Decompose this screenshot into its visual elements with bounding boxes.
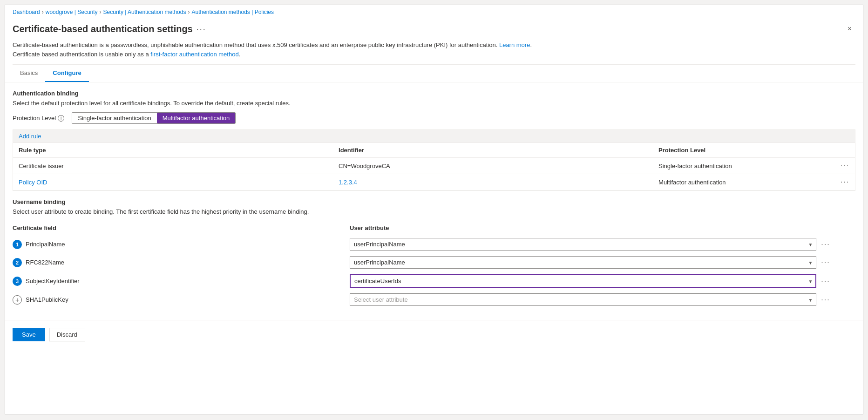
breadcrumb-security-auth-methods[interactable]: Security | Authentication methods xyxy=(103,9,186,15)
col-header-user-attr: User attribute xyxy=(350,221,830,235)
more-options-button[interactable]: ··· xyxy=(197,24,206,34)
single-factor-toggle[interactable]: Single-factor authentication xyxy=(72,113,157,123)
row-actions-button[interactable]: ··· xyxy=(821,296,830,304)
protection-cell: Multifactor authentication xyxy=(653,174,821,190)
breadcrumb-dashboard[interactable]: Dashboard xyxy=(13,9,40,15)
main-content: Authentication binding Select the defaul… xyxy=(5,82,863,316)
user-attr-cell: userPrincipalName ▼ ··· xyxy=(350,238,830,251)
table-row: 3 SubjectKeyIdentifier certificateUserId… xyxy=(13,271,855,291)
protection-level-label: Protection Level i xyxy=(13,115,64,122)
close-button[interactable]: × xyxy=(844,23,855,35)
info-icon[interactable]: i xyxy=(58,115,64,122)
row-add-badge: + xyxy=(13,295,22,305)
table-row: Certificate issuer CN=WoodgroveCA Single… xyxy=(13,158,855,174)
table-row: 2 RFC822Name userPrincipalName ▼ xyxy=(13,253,855,271)
col-header-actions xyxy=(830,221,855,235)
cert-field-name: SHA1PublicKey xyxy=(26,296,68,303)
rules-table: Rule type Identifier Protection Level Ce… xyxy=(13,143,855,190)
username-binding-table: Certificate field User attribute 1 Princ… xyxy=(13,221,855,309)
tab-basics[interactable]: Basics xyxy=(13,65,45,82)
protection-cell: Single-factor authentication xyxy=(653,158,821,174)
row-actions-button[interactable]: ··· xyxy=(821,174,855,190)
page-container: Dashboard › woodgrove | Security › Secur… xyxy=(5,5,863,414)
user-attr-select-wrapper: userPrincipalName ▼ xyxy=(350,238,816,251)
username-binding-section: Username binding Select user attribute t… xyxy=(13,198,855,309)
row-actions-button[interactable]: ··· xyxy=(821,240,830,249)
breadcrumb-woodgrove-security[interactable]: woodgrove | Security xyxy=(46,9,98,15)
cert-field-cell: 3 SubjectKeyIdentifier xyxy=(13,277,190,286)
save-button[interactable]: Save xyxy=(13,328,45,341)
cert-field-cell: + SHA1PublicKey xyxy=(13,295,190,305)
row-number-badge: 2 xyxy=(13,258,22,267)
description-text: Certificate-based authentication is a pa… xyxy=(13,41,499,48)
protection-level-toggle: Single-factor authentication Multifactor… xyxy=(72,112,236,124)
col-header-actions xyxy=(821,143,855,158)
col-header-rule-type: Rule type xyxy=(13,143,333,158)
user-attr-select-wrapper: userPrincipalName ▼ xyxy=(350,256,816,269)
col-header-cert-field: Certificate field xyxy=(13,221,350,235)
first-factor-link[interactable]: first-factor authentication method xyxy=(150,51,238,58)
user-attr-select[interactable]: userPrincipalName xyxy=(350,238,816,251)
cert-field-name: RFC822Name xyxy=(26,259,64,266)
breadcrumb-auth-methods-policies[interactable]: Authentication methods | Policies xyxy=(191,9,274,15)
protection-level-row: Protection Level i Single-factor authent… xyxy=(13,112,855,124)
identifier-cell: CN=WoodgroveCA xyxy=(333,158,653,174)
username-binding-title: Username binding xyxy=(13,198,855,205)
rule-type-cell: Certificate issuer xyxy=(13,158,333,174)
discard-button[interactable]: Discard xyxy=(49,328,85,341)
user-attr-select[interactable]: certificateUserIds xyxy=(350,274,816,288)
user-attr-cell: Select user attribute ▼ ··· xyxy=(350,293,830,306)
cert-field-name: PrincipalName xyxy=(26,241,65,248)
auth-binding-description: Select the default protection level for … xyxy=(13,100,855,107)
table-row: + SHA1PublicKey Select user attribute xyxy=(13,291,855,309)
user-attr-select-wrapper: certificateUserIds ▼ xyxy=(350,274,816,288)
multifactor-toggle[interactable]: Multifactor authentication xyxy=(157,113,236,123)
footer: Save Discard xyxy=(5,320,863,349)
col-header-protection: Protection Level xyxy=(653,143,821,158)
page-title: Certificate-based authentication setting… xyxy=(13,24,193,34)
identifier-cell-link[interactable]: 1.2.3.4 xyxy=(333,174,653,190)
tabs-container: Basics Configure xyxy=(5,65,863,82)
row-actions-button[interactable]: ··· xyxy=(821,158,855,174)
rules-table-container: Add rule Rule type Identifier Protection… xyxy=(13,129,855,191)
user-attr-cell: userPrincipalName ▼ ··· xyxy=(350,256,830,269)
col-header-identifier: Identifier xyxy=(333,143,653,158)
table-row: Policy OID 1.2.3.4 Multifactor authentic… xyxy=(13,174,855,190)
row-number-badge: 1 xyxy=(13,240,22,249)
auth-binding-title: Authentication binding xyxy=(13,90,855,97)
user-attr-select[interactable]: userPrincipalName xyxy=(350,256,816,269)
user-attr-cell: certificateUserIds ▼ ··· xyxy=(350,274,830,288)
auth-binding-section: Authentication binding Select the defaul… xyxy=(13,90,855,191)
cert-field-cell: 1 PrincipalName xyxy=(13,240,190,249)
learn-more-link[interactable]: Learn more xyxy=(499,41,530,48)
page-header: Certificate-based authentication setting… xyxy=(5,19,863,41)
row-number-badge: 3 xyxy=(13,277,22,286)
rules-table-header-row: Rule type Identifier Protection Level xyxy=(13,143,855,158)
rule-type-cell-link[interactable]: Policy OID xyxy=(13,174,333,190)
page-description: Certificate-based authentication is a pa… xyxy=(5,41,863,64)
breadcrumb: Dashboard › woodgrove | Security › Secur… xyxy=(5,5,863,19)
username-binding-description: Select user attribute to create binding.… xyxy=(13,208,855,215)
cert-field-cell: 2 RFC822Name xyxy=(13,258,190,267)
description-line2: Certificate based authentication is usab… xyxy=(13,51,150,58)
user-attr-select-wrapper: Select user attribute ▼ xyxy=(350,293,816,306)
cert-field-name: SubjectKeyIdentifier xyxy=(26,278,80,285)
row-actions-button[interactable]: ··· xyxy=(821,277,830,285)
user-attr-select[interactable]: Select user attribute xyxy=(350,293,816,306)
tab-configure[interactable]: Configure xyxy=(45,65,88,82)
add-rule-button[interactable]: Add rule xyxy=(13,130,855,143)
row-actions-button[interactable]: ··· xyxy=(821,258,830,267)
table-row: 1 PrincipalName userPrincipalName ▼ xyxy=(13,235,855,253)
username-table-header-row: Certificate field User attribute xyxy=(13,221,855,235)
